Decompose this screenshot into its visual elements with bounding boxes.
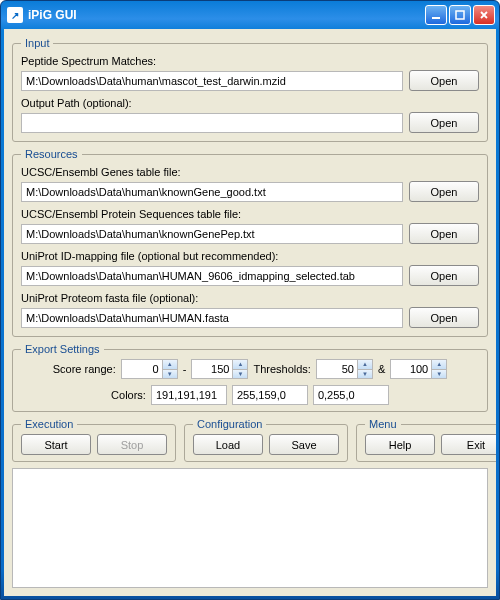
psm-open-button[interactable]: Open [409,70,479,91]
protein-open-button[interactable]: Open [409,223,479,244]
config-legend: Configuration [193,418,266,430]
threshold-a-spinner[interactable]: ▲▼ [316,359,373,379]
score-min-spinner[interactable]: ▲▼ [121,359,178,379]
output-input[interactable] [21,113,403,133]
minimize-button[interactable] [425,5,447,25]
color1-input[interactable] [151,385,227,405]
input-legend: Input [21,37,53,49]
client-area: Input Peptide Spectrum Matches: Open Out… [4,29,496,596]
score-range-label: Score range: [53,363,116,375]
export-legend: Export Settings [21,343,104,355]
chevron-up-icon[interactable]: ▲ [432,360,446,370]
threshold-b-input[interactable] [391,360,431,378]
resources-legend: Resources [21,148,82,160]
load-button[interactable]: Load [193,434,263,455]
maximize-button[interactable] [449,5,471,25]
menu-group: Menu Help Exit [356,418,496,462]
chevron-down-icon[interactable]: ▼ [163,370,177,379]
window-title: iPiG GUI [28,8,423,22]
minimize-icon [431,10,441,20]
svg-rect-1 [456,11,464,19]
chevron-up-icon[interactable]: ▲ [233,360,247,370]
help-button[interactable]: Help [365,434,435,455]
output-open-button[interactable]: Open [409,112,479,133]
psm-input[interactable] [21,71,403,91]
color3-input[interactable] [313,385,389,405]
psm-label: Peptide Spectrum Matches: [21,55,479,67]
stop-button[interactable]: Stop [97,434,167,455]
close-button[interactable] [473,5,495,25]
genes-input[interactable] [21,182,403,202]
app-window: ↗ iPiG GUI Input Peptide Spectrum Matche… [0,0,500,600]
threshold-a-input[interactable] [317,360,357,378]
svg-rect-0 [432,17,440,19]
uniprot-id-open-button[interactable]: Open [409,265,479,286]
uniprot-id-label: UniProt ID-mapping file (optional but re… [21,250,479,262]
chevron-down-icon[interactable]: ▼ [432,370,446,379]
console-output[interactable] [12,468,488,588]
protein-label: UCSC/Ensembl Protein Sequences table fil… [21,208,479,220]
exit-button[interactable]: Exit [441,434,496,455]
chevron-down-icon[interactable]: ▼ [358,370,372,379]
start-button[interactable]: Start [21,434,91,455]
uniprot-id-input[interactable] [21,266,403,286]
chevron-up-icon[interactable]: ▲ [358,360,372,370]
threshold-b-spinner[interactable]: ▲▼ [390,359,447,379]
chevron-up-icon[interactable]: ▲ [163,360,177,370]
input-group: Input Peptide Spectrum Matches: Open Out… [12,37,488,142]
score-max-input[interactable] [192,360,232,378]
uniprot-fasta-input[interactable] [21,308,403,328]
protein-input[interactable] [21,224,403,244]
export-group: Export Settings Score range: ▲▼ - ▲▼ Thr… [12,343,488,412]
execution-legend: Execution [21,418,77,430]
colors-label: Colors: [111,389,146,401]
save-button[interactable]: Save [269,434,339,455]
menu-legend: Menu [365,418,401,430]
output-label: Output Path (optional): [21,97,479,109]
close-icon [479,10,489,20]
app-icon: ↗ [7,7,23,23]
genes-label: UCSC/Ensembl Genes table file: [21,166,479,178]
action-bar: Execution Start Stop Configuration Load … [12,418,488,462]
titlebar[interactable]: ↗ iPiG GUI [1,1,499,29]
uniprot-fasta-open-button[interactable]: Open [409,307,479,328]
maximize-icon [455,10,465,20]
thresholds-label: Thresholds: [253,363,310,375]
uniprot-fasta-label: UniProt Proteom fasta file (optional): [21,292,479,304]
config-group: Configuration Load Save [184,418,348,462]
color2-input[interactable] [232,385,308,405]
chevron-down-icon[interactable]: ▼ [233,370,247,379]
score-max-spinner[interactable]: ▲▼ [191,359,248,379]
resources-group: Resources UCSC/Ensembl Genes table file:… [12,148,488,337]
execution-group: Execution Start Stop [12,418,176,462]
threshold-amp: & [378,363,385,375]
score-min-input[interactable] [122,360,162,378]
genes-open-button[interactable]: Open [409,181,479,202]
score-dash: - [183,363,187,375]
